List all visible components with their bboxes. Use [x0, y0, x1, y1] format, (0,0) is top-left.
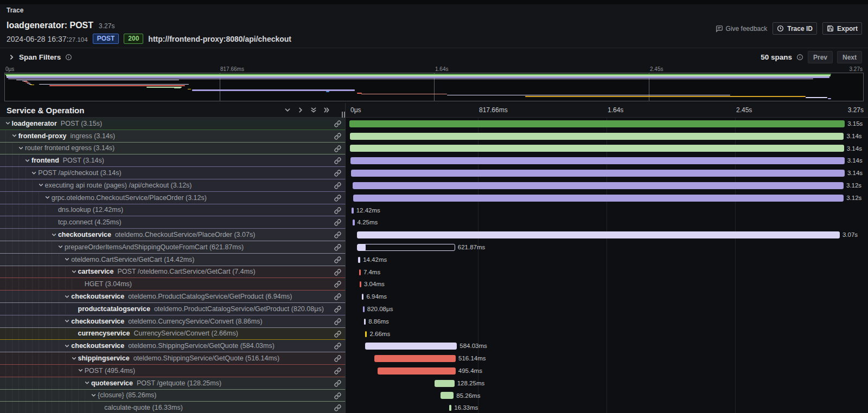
span-row[interactable]: checkoutserviceoteldemo.ShippingService/…	[0, 340, 868, 352]
trace-minimap[interactable]: 0μs817.66ms1.64s2.45s3.27s	[0, 66, 868, 103]
span-name-cell[interactable]: prepareOrderItemsAndShippingQuoteFromCar…	[0, 241, 346, 254]
span-bar[interactable]	[362, 294, 363, 300]
span-link-icon[interactable]	[334, 343, 341, 350]
collapse-chevron-icon[interactable]	[91, 393, 98, 398]
span-row[interactable]: checkoutserviceoteldemo.CheckoutService/…	[0, 229, 868, 241]
span-bar[interactable]	[350, 145, 844, 152]
span-link-icon[interactable]	[334, 331, 341, 338]
span-bar[interactable]	[357, 231, 840, 238]
span-link-icon[interactable]	[334, 207, 341, 214]
collapse-chevron-icon[interactable]	[39, 183, 45, 188]
span-link-icon[interactable]	[334, 306, 341, 313]
collapse-chevron-icon[interactable]	[65, 294, 71, 299]
span-bar[interactable]	[374, 355, 456, 362]
span-bar[interactable]	[365, 331, 367, 337]
expand-one-icon[interactable]	[297, 107, 304, 113]
collapse-chevron-icon[interactable]	[58, 244, 65, 249]
span-bar[interactable]	[351, 170, 845, 177]
collapse-one-icon[interactable]	[284, 107, 291, 113]
span-link-icon[interactable]	[334, 170, 341, 177]
span-name-cell[interactable]: frontend-proxyingress (3.14s)	[0, 130, 346, 143]
give-feedback-link[interactable]: Give feedback	[716, 25, 768, 33]
span-bar[interactable]	[350, 133, 844, 140]
span-bar[interactable]	[363, 306, 365, 312]
prev-button[interactable]: Prev	[808, 51, 833, 63]
collapse-chevron-icon[interactable]	[65, 257, 71, 262]
info-icon[interactable]	[796, 54, 803, 61]
span-link-icon[interactable]	[334, 195, 341, 202]
collapse-chevron-icon[interactable]	[31, 171, 38, 176]
export-button[interactable]: Export	[822, 22, 862, 35]
span-bar[interactable]	[360, 281, 361, 287]
span-row[interactable]: executing api route (pages) /api/checkou…	[0, 179, 868, 192]
span-name-cell[interactable]: router frontend egress (3.14s)	[0, 143, 346, 155]
span-link-icon[interactable]	[334, 157, 341, 164]
span-name-cell[interactable]: checkoutserviceoteldemo.ShippingService/…	[0, 340, 346, 352]
span-row[interactable]: calculate-quote (16.33ms)16.33ms	[0, 402, 868, 413]
span-row[interactable]: POST /api/checkout (3.14s)3.14s	[0, 167, 868, 179]
span-link-icon[interactable]	[334, 269, 341, 276]
span-name-cell[interactable]: grpc.oteldemo.CheckoutService/PlaceOrder…	[0, 192, 346, 204]
span-bar[interactable]	[350, 157, 845, 164]
span-bar[interactable]	[378, 367, 456, 375]
span-name-cell[interactable]: executing api route (pages) /api/checkou…	[0, 179, 346, 192]
collapse-chevron-icon[interactable]	[65, 319, 71, 324]
span-row[interactable]: shippingserviceoteldemo.ShippingService/…	[0, 352, 868, 365]
span-bar[interactable]	[441, 392, 454, 399]
collapse-chevron-icon[interactable]	[45, 195, 52, 200]
span-link-icon[interactable]	[334, 318, 341, 325]
span-row[interactable]: tcp.connect (4.25ms)4.25ms	[0, 216, 868, 229]
span-row[interactable]: grpc.oteldemo.CheckoutService/PlaceOrder…	[0, 192, 868, 204]
span-bar[interactable]	[358, 257, 360, 263]
span-link-icon[interactable]	[334, 404, 341, 411]
span-row[interactable]: router frontend egress (3.14s)3.14s	[0, 143, 868, 155]
span-name-cell[interactable]: cartservicePOST /oteldemo.CartService/Ge…	[0, 266, 346, 279]
span-link-icon[interactable]	[334, 281, 341, 288]
span-bar[interactable]	[352, 208, 354, 214]
span-bar[interactable]	[353, 195, 844, 202]
collapse-chevron-icon[interactable]	[25, 158, 31, 163]
span-name-cell[interactable]: checkoutserviceoteldemo.CurrencyService/…	[0, 315, 346, 328]
span-name-cell[interactable]: dns.lookup (12.42ms)	[0, 204, 346, 217]
span-bar[interactable]	[353, 220, 354, 225]
collapse-chevron-icon[interactable]	[72, 269, 78, 274]
collapse-chevron-icon[interactable]	[52, 233, 58, 237]
span-link-icon[interactable]	[334, 355, 341, 362]
span-link-icon[interactable]	[334, 133, 341, 140]
trace-id-button[interactable]: Trace ID	[773, 22, 817, 35]
span-row[interactable]: {closure} (85.26ms)85.26ms	[0, 390, 868, 402]
span-bar[interactable]	[449, 405, 452, 411]
collapse-chevron-icon[interactable]	[65, 344, 71, 349]
span-name-cell[interactable]: frontendPOST (3.14s)	[0, 154, 346, 167]
span-row[interactable]: dns.lookup (12.42ms)12.42ms	[0, 204, 868, 217]
span-name-cell[interactable]: shippingserviceoteldemo.ShippingService/…	[0, 352, 346, 365]
span-row[interactable]: quoteservicePOST /getquote (128.25ms)128…	[0, 377, 868, 390]
collapse-chevron-icon[interactable]	[18, 146, 25, 151]
info-icon[interactable]	[65, 54, 72, 61]
span-bar[interactable]	[357, 244, 455, 251]
span-name-cell[interactable]: checkoutserviceoteldemo.CheckoutService/…	[0, 229, 346, 241]
span-name-cell[interactable]: calculate-quote (16.33ms)	[0, 402, 346, 413]
span-row[interactable]: loadgeneratorPOST (3.15s)3.15s	[0, 118, 868, 130]
span-link-icon[interactable]	[334, 392, 341, 399]
span-name-cell[interactable]: POST (495.4ms)	[0, 365, 346, 377]
span-row[interactable]: prepareOrderItemsAndShippingQuoteFromCar…	[0, 241, 868, 254]
span-bar[interactable]	[353, 182, 844, 189]
span-bar[interactable]	[364, 319, 366, 325]
span-name-cell[interactable]: checkoutserviceoteldemo.ProductCatalogSe…	[0, 291, 346, 303]
collapse-chevron-icon[interactable]	[85, 380, 91, 385]
column-resize-handle[interactable]	[342, 112, 346, 118]
span-row[interactable]: frontend-proxyingress (3.14s)3.14s	[0, 130, 868, 143]
span-bar[interactable]	[349, 120, 845, 127]
span-row[interactable]: cartservicePOST /oteldemo.CartService/Ge…	[0, 266, 868, 279]
span-filters-toggle[interactable]: Span Filters	[9, 53, 72, 61]
collapse-chevron-icon[interactable]	[78, 368, 85, 373]
minimap-canvas[interactable]	[4, 73, 864, 101]
span-link-icon[interactable]	[334, 293, 341, 300]
span-link-icon[interactable]	[334, 367, 341, 375]
span-name-cell[interactable]: currencyserviceCurrencyService/Convert (…	[0, 328, 346, 340]
span-name-cell[interactable]: HGET (3.04ms)	[0, 278, 346, 291]
span-row[interactable]: productcatalogserviceoteldemo.ProductCat…	[0, 303, 868, 315]
span-link-icon[interactable]	[334, 219, 341, 226]
span-row[interactable]: HGET (3.04ms)3.04ms	[0, 278, 868, 291]
